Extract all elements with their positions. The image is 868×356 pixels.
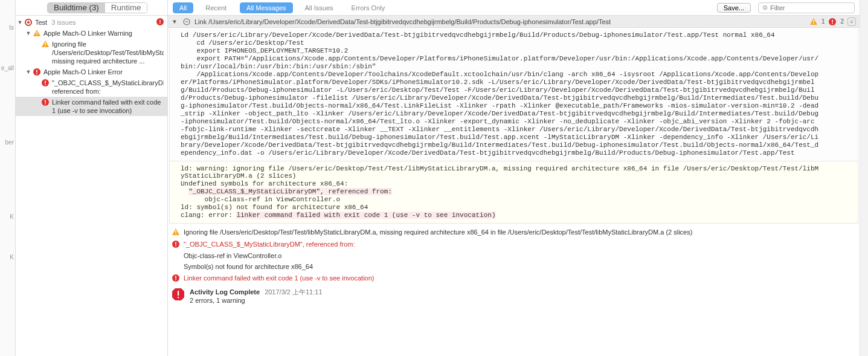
summary-row[interactable]: Symbol(s) not found for architecture x86… (172, 261, 856, 272)
tree-issue-row[interactable]: "_OBJC_CLASS_$_MyStaticLibraryDM", refer… (16, 77, 167, 97)
error-icon (172, 240, 180, 248)
activity-log-complete-text: Activity Log Complete2017/3/2 上午11:11 2 … (190, 288, 323, 304)
tree-project-row[interactable]: Test 3 issues ! (16, 17, 167, 28)
tree-issue-text: "_OBJC_CLASS_$_MyStaticLibraryDM", refer… (52, 79, 164, 95)
summary-row[interactable]: Objc-class-ref in ViewController.o (172, 250, 856, 261)
summary-text: "_OBJC_CLASS_$_MyStaticLibraryDM", refer… (184, 241, 856, 248)
chevron-down-icon[interactable] (172, 19, 178, 25)
message-filter-group: All Messages All Issues Errors Only (240, 2, 391, 13)
tree-project-label: Test (35, 19, 47, 26)
target-icon (24, 18, 33, 27)
summary-row[interactable]: Ignoring file /Users/eric/Desktop/Test/T… (172, 226, 856, 238)
warn-count: 1 (821, 18, 825, 25)
tab-runtime[interactable]: Runtime (105, 3, 147, 13)
error-icon (41, 98, 50, 106)
issue-navigator-sidebar: Buildtime (3) Runtime Test 3 issues ! Ap… (16, 0, 168, 356)
filter-all-issues[interactable]: All Issues (299, 2, 339, 13)
link-icon (182, 18, 191, 26)
stop-icon (172, 288, 185, 301)
tree-group-row[interactable]: Apple Mach-O Linker Error (16, 66, 167, 77)
scope-filter-group: All Recent (173, 2, 233, 13)
filter-icon: ⊜ (762, 4, 768, 11)
left-gutter: ts e_all ber K K (0, 0, 16, 356)
tree-issue-row[interactable]: Linker command failed with exit code 1 (… (16, 97, 167, 116)
chevron-down-icon[interactable] (25, 68, 31, 76)
warning-icon (809, 18, 818, 26)
warning-icon (172, 228, 180, 236)
error-icon (828, 18, 837, 26)
warning-icon (41, 40, 50, 48)
filter-recent[interactable]: Recent (199, 2, 233, 13)
tree-issue-row[interactable]: Ignoring file /Users/eric/Desktop/Test/T… (16, 39, 167, 66)
summary-text: Linker command failed with exit code 1 (… (184, 274, 856, 282)
summary-text: Symbol(s) not found for architecture x86… (184, 263, 856, 270)
activity-log-complete-row: Activity Log Complete2017/3/2 上午11:11 2 … (172, 284, 856, 308)
summary-row[interactable]: Linker command failed with exit code 1 (… (172, 272, 856, 284)
filter-field[interactable]: ⊜ (758, 2, 855, 13)
main-toolbar: All Recent All Messages All Issues Error… (168, 0, 860, 16)
linker-output-block: ld: warning: ignoring file /Users/eric/D… (169, 161, 858, 224)
err-count: 2 (840, 18, 844, 25)
log-header-bar[interactable]: Link /Users/eric/Library/Developer/Xcode… (168, 16, 860, 28)
filter-all[interactable]: All (173, 2, 193, 13)
error-badge: ! (156, 18, 164, 25)
warning-icon (33, 29, 41, 37)
filter-errors-only[interactable]: Errors Only (346, 2, 391, 13)
main-pane: All Recent All Messages All Issues Error… (168, 0, 860, 356)
scope-segmented-control: Buildtime (3) Runtime (47, 2, 147, 13)
issue-summary-list: Ignoring file /Users/eric/Desktop/Test/T… (168, 224, 860, 311)
complete-timestamp: 2017/3/2 上午11:11 (265, 288, 322, 296)
filter-input[interactable] (770, 4, 843, 11)
tree-group-label: Apple Mach-O Linker Warning (43, 29, 164, 37)
header-issue-counts: 1 2 ≡ (809, 18, 856, 26)
issue-tree[interactable]: Test 3 issues ! Apple Mach-O Linker Warn… (16, 16, 167, 356)
error-icon (33, 68, 41, 76)
error-icon (41, 79, 50, 87)
filter-all-messages[interactable]: All Messages (240, 2, 292, 13)
scrollbar[interactable] (860, 0, 868, 356)
complete-title: Activity Log Complete (190, 288, 260, 296)
complete-summary: 2 errors, 1 warning (190, 297, 323, 304)
log-content[interactable]: Ld /Users/eric/Library/Developer/Xcode/D… (168, 28, 860, 356)
summary-text: Ignoring file /Users/eric/Desktop/Test/T… (184, 228, 856, 236)
sidebar-toolbar: Buildtime (3) Runtime (16, 0, 167, 16)
tree-issue-text: Ignoring file /Users/eric/Desktop/Test/T… (52, 40, 164, 65)
tree-group-label: Apple Mach-O Linker Error (43, 68, 164, 76)
issue-count-label: 3 issues (51, 19, 76, 26)
summary-text: Objc-class-ref in ViewController.o (184, 252, 856, 259)
log-header-title: Link /Users/eric/Library/Developer/Xcode… (194, 18, 806, 25)
tree-issue-text: Linker command failed with exit code 1 (… (52, 98, 164, 115)
compiler-invocation-block: Ld /Users/eric/Library/Developer/Xcode/D… (169, 28, 858, 161)
chevron-down-icon[interactable] (17, 18, 23, 27)
error-icon (172, 274, 180, 282)
chevron-down-icon[interactable] (25, 29, 31, 37)
tree-group-row[interactable]: Apple Mach-O Linker Warning (16, 28, 167, 39)
save-button[interactable]: Save... (717, 3, 751, 13)
expand-transcript-button[interactable]: ≡ (847, 18, 856, 26)
tab-buildtime[interactable]: Buildtime (3) (48, 3, 105, 13)
summary-row[interactable]: "_OBJC_CLASS_$_MyStaticLibraryDM", refer… (172, 238, 856, 250)
